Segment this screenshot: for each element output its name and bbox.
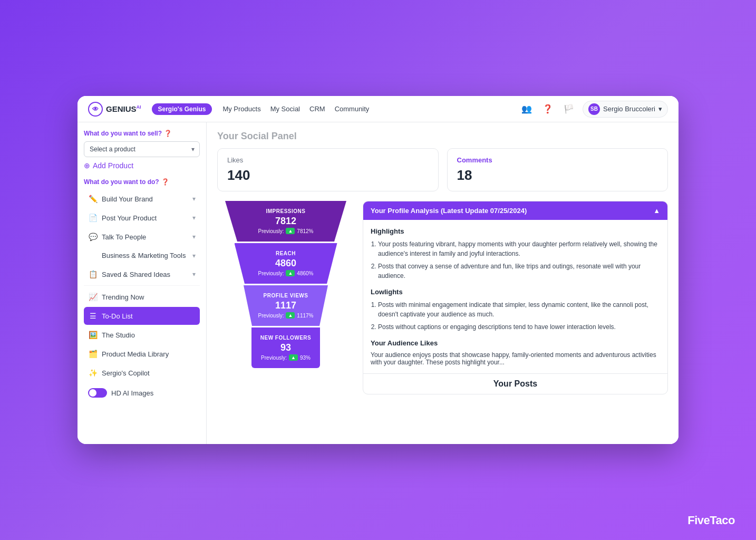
copilot-icon: ✨ — [88, 369, 98, 377]
impressions-up-icon: ▲ — [286, 228, 295, 234]
nav-my-products[interactable]: My Products — [222, 105, 260, 113]
user-dropdown-icon: ▾ — [658, 105, 662, 113]
likes-label: Likes — [227, 156, 429, 164]
nf-prev-value: 93% — [300, 355, 311, 361]
saved-ideas-icon: 📋 — [88, 270, 98, 278]
reach-prev: Previously: ▲ 4860% — [258, 270, 314, 276]
pv-prev-value: 1117% — [297, 313, 313, 319]
comments-label: Comments — [457, 156, 658, 164]
funnel-impressions[interactable]: IMPRESSIONS 7812 Previously: ▲ 7812% — [225, 201, 346, 242]
build-brand-icon: ✏️ — [88, 195, 98, 203]
sell-help-icon: ❓ — [164, 130, 172, 137]
nf-up-icon: ▲ — [289, 354, 298, 361]
hd-toggle-label: HD AI Images — [111, 389, 153, 397]
profile-panel-collapse-icon[interactable]: ▲ — [653, 207, 660, 215]
post-product-label: Post Your Product — [102, 214, 157, 222]
profile-views-label: PROFILE VIEWS — [264, 293, 308, 298]
chevron-icon: ▾ — [192, 271, 196, 278]
todo-label: To-Do List — [102, 312, 133, 320]
logo-wordmark: GENIUS — [106, 104, 137, 113]
audience-text: Your audience enjoys posts that showcase… — [371, 351, 660, 366]
talk-people-icon: 💬 — [88, 233, 98, 241]
product-select[interactable]: Select a product — [84, 141, 200, 157]
reach-prev-label: Previously: — [258, 271, 284, 276]
watermark: FiveTaco — [687, 514, 735, 527]
trending-label: Trending Now — [102, 293, 144, 301]
sidebar: What do you want to sell? ❓ Select a pro… — [77, 122, 207, 444]
new-followers-prev: Previously: ▲ 93% — [261, 354, 311, 361]
build-brand-label: Build Your Brand — [102, 195, 153, 203]
sidebar-item-post-product[interactable]: 📄 Post Your Product ▾ — [84, 209, 200, 227]
likes-stat-card: Likes 140 — [217, 148, 439, 191]
sell-question-label: What do you want to sell? ❓ — [84, 130, 200, 137]
sidebar-item-talk-people[interactable]: 💬 Talk To People ▾ — [84, 228, 200, 246]
media-library-label: Product Media Library — [102, 350, 169, 358]
funnel-profile-views[interactable]: PROFILE VIEWS 1117 Previously: ▲ 1117% — [244, 285, 328, 326]
sidebar-item-media-library[interactable]: 🗂️ Product Media Library — [84, 345, 200, 363]
chevron-icon: ▾ — [192, 233, 196, 240]
lower-section: IMPRESSIONS 7812 Previously: ▲ 7812% REA… — [217, 201, 668, 394]
impressions-prev: Previously: ▲ 7812% — [258, 228, 314, 234]
nav-my-social[interactable]: My Social — [270, 105, 300, 113]
sidebar-item-trending[interactable]: 📈 Trending Now — [84, 288, 200, 306]
todo-icon: ☰ — [88, 312, 98, 320]
profile-analysis-panel: Your Profile Analysis (Latest Update 07/… — [363, 201, 668, 394]
funnel-reach[interactable]: REACH 4860 Previously: ▲ 4860% — [235, 243, 337, 284]
profile-panel-body: Highlights Your posts featuring vibrant,… — [363, 220, 667, 373]
hd-toggle[interactable] — [88, 388, 107, 398]
profile-panel-header: Your Profile Analysis (Latest Update 07/… — [363, 201, 667, 220]
header-right: 👥 ❓ 🏳️ SB Sergio Bruccoleri ▾ — [519, 101, 668, 118]
genius-badge-button[interactable]: Sergio's Genius — [152, 103, 212, 115]
reach-value: 4860 — [275, 258, 296, 269]
post-product-icon: 📄 — [88, 214, 98, 222]
add-product-link[interactable]: ⊕ Add Product — [84, 160, 200, 171]
sell-question-text: What do you want to sell? — [84, 130, 162, 137]
help-icon[interactable]: ❓ — [540, 102, 555, 117]
logo-ai-badge: AI — [137, 104, 141, 110]
add-product-label: Add Product — [93, 161, 133, 170]
nav-crm[interactable]: CRM — [309, 105, 325, 113]
nav-community[interactable]: Community — [335, 105, 370, 113]
impressions-label: IMPRESSIONS — [266, 208, 306, 214]
impressions-value: 7812 — [275, 216, 296, 227]
sidebar-item-saved-ideas[interactable]: 📋 Saved & Shared Ideas ▾ — [84, 265, 200, 283]
toggle-knob — [89, 389, 96, 397]
logo-icon: 👁 — [88, 102, 103, 117]
sidebar-item-build-brand[interactable]: ✏️ Build Your Brand ▾ — [84, 190, 200, 208]
lowlight-item-2: Posts without captions or engaging descr… — [378, 322, 660, 332]
profile-panel-title: Your Profile Analysis (Latest Update 07/… — [371, 207, 527, 215]
hd-toggle-row: HD AI Images — [84, 384, 200, 402]
lowlights-title: Lowlights — [371, 288, 660, 296]
comments-value: 18 — [457, 167, 658, 184]
sidebar-item-copilot[interactable]: ✨ Sergio's Copilot — [84, 364, 200, 382]
funnel-new-followers[interactable]: NEW FOLLOWERS 93 Previously: ▲ 93% — [251, 327, 320, 368]
logo-text: GENIUSAI — [106, 104, 141, 113]
main-nav: My Products My Social CRM Community — [222, 105, 369, 113]
reach-prev-value: 4860% — [297, 271, 313, 276]
nf-prev-label: Previously: — [261, 355, 287, 361]
studio-icon: 🖼️ — [88, 331, 98, 339]
header: 👁 GENIUSAI Sergio's Genius My Products M… — [77, 96, 679, 122]
do-question-text: What do you want to do? — [84, 178, 159, 186]
sidebar-divider — [84, 285, 200, 286]
sidebar-item-marketing-tools[interactable]: Business & Marketing Tools ▾ — [84, 247, 200, 264]
trending-icon: 📈 — [88, 293, 98, 301]
stats-row: Likes 140 Comments 18 — [217, 148, 668, 191]
main-layout: What do you want to sell? ❓ Select a pro… — [77, 122, 679, 444]
chevron-icon: ▾ — [192, 195, 196, 202]
impressions-prev-value: 7812% — [297, 228, 313, 234]
new-followers-value: 93 — [280, 342, 291, 353]
people-icon[interactable]: 👥 — [519, 102, 534, 117]
highlights-title: Highlights — [371, 227, 660, 235]
user-menu[interactable]: SB Sergio Bruccoleri ▾ — [583, 101, 668, 118]
sidebar-item-studio[interactable]: 🖼️ The Studio — [84, 326, 200, 344]
user-name: Sergio Bruccoleri — [603, 105, 655, 113]
audience-title: Your Audience Likes — [371, 339, 660, 347]
flag-icon[interactable]: 🏳️ — [561, 102, 576, 117]
sidebar-item-todo[interactable]: ☰ To-Do List — [84, 307, 200, 325]
product-select-wrapper: Select a product ▾ — [84, 141, 200, 157]
pv-prev-label: Previously: — [258, 313, 284, 319]
lowlight-item-1: Posts with minimal engagement indicate t… — [378, 300, 660, 319]
comments-stat-card: Comments 18 — [447, 148, 668, 191]
your-posts-title: Your Posts — [363, 373, 667, 394]
